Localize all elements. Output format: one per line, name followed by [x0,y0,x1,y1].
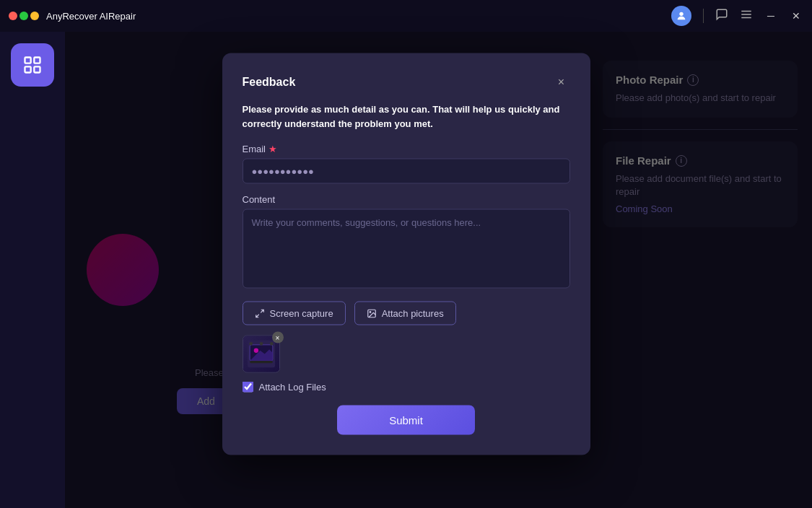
svg-rect-6 [25,66,31,72]
titlebar-controls: ─ ✕ [671,6,803,26]
content-textarea[interactable] [243,209,570,289]
svg-point-16 [249,342,253,346]
dialog-close-button[interactable]: × [553,74,570,91]
dialog-description: Please provide as much detail as you can… [243,102,570,131]
attach-log-label[interactable]: Attach Log Files [259,382,326,393]
svg-point-17 [259,342,263,346]
logo-dot-yellow [30,12,39,20]
svg-point-13 [253,349,258,353]
screen-capture-icon [255,308,265,318]
sidebar [0,32,65,508]
submit-button[interactable]: Submit [337,406,475,435]
feedback-dialog: Feedback × Please provide as much detail… [222,53,590,455]
attach-log-row: Attach Log Files [243,382,570,393]
chat-icon[interactable] [715,8,728,24]
content-label: Content [243,194,570,205]
sidebar-item-repair[interactable] [11,43,54,87]
dialog-header: Feedback × [243,74,570,91]
action-buttons-row: Screen capture Attach pictures [243,302,570,325]
required-star: ★ [269,144,277,154]
screen-capture-button[interactable]: Screen capture [243,302,346,325]
attach-pictures-button[interactable]: Attach pictures [354,302,456,325]
submit-row: Submit [243,406,570,435]
user-avatar[interactable] [671,6,691,26]
svg-point-0 [679,12,683,16]
menu-icon[interactable] [740,8,753,24]
email-label: Email ★ [243,144,570,154]
svg-rect-15 [250,361,273,363]
titlebar-divider [703,9,704,23]
attached-images-row: × [243,336,570,373]
attach-pictures-icon [367,308,377,318]
close-button[interactable]: ✕ [789,9,803,23]
svg-rect-5 [34,58,40,64]
email-input[interactable] [243,159,570,184]
app-logo [9,12,39,20]
logo-dot-green [19,12,28,20]
svg-point-18 [269,342,273,346]
attach-log-checkbox[interactable] [243,382,253,393]
titlebar: AnyRecover AIRepair ─ ✕ [0,0,812,32]
thumb-preview-icon [248,341,275,368]
thumb-close-button[interactable]: × [272,332,284,343]
attached-thumb-1: × [243,336,280,373]
logo-dot-red [9,12,17,20]
dialog-title: Feedback [243,76,296,89]
minimize-button[interactable]: ─ [764,9,777,23]
svg-rect-7 [34,66,40,72]
svg-point-9 [370,311,371,312]
svg-rect-4 [25,58,31,64]
app-title: AnyRecover AIRepair [46,11,671,22]
